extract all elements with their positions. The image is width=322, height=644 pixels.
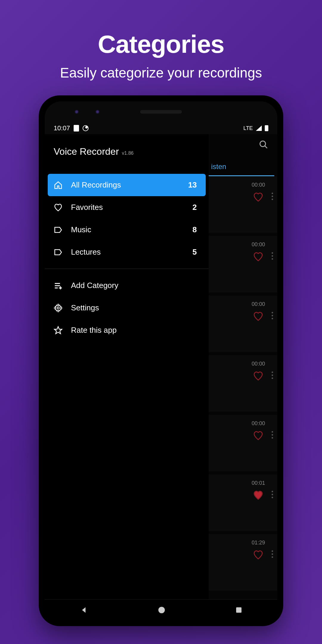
more-options-icon[interactable] bbox=[272, 540, 273, 558]
recording-duration: 00:00 bbox=[252, 361, 265, 367]
system-nav-bar bbox=[45, 599, 277, 620]
recording-item[interactable]: 00:00 bbox=[209, 355, 277, 412]
drawer-category-item[interactable]: Favorites2 bbox=[48, 196, 206, 219]
tag-icon bbox=[54, 248, 63, 257]
more-options-icon[interactable] bbox=[272, 242, 273, 260]
speaker-grille-icon bbox=[140, 110, 182, 114]
phone-frame: 10:07 LTE isten 00: bbox=[39, 95, 283, 626]
svg-rect-2 bbox=[55, 283, 60, 284]
recording-item[interactable]: 00:00 bbox=[209, 295, 277, 352]
more-options-icon[interactable] bbox=[272, 361, 273, 379]
app-content: isten 00:0000:0000:0000:0000:0000:0101:2… bbox=[45, 134, 277, 599]
network-label: LTE bbox=[243, 125, 253, 131]
drawer-item-label: Rate this app bbox=[71, 326, 200, 335]
signal-icon bbox=[256, 126, 262, 131]
favorite-heart-icon[interactable] bbox=[253, 251, 264, 262]
svg-point-7 bbox=[57, 307, 59, 309]
home-icon[interactable] bbox=[158, 606, 165, 614]
status-time: 10:07 bbox=[54, 124, 70, 132]
phone-hardware-top bbox=[45, 101, 277, 122]
recording-item[interactable]: 01:29 bbox=[209, 534, 277, 591]
svg-point-0 bbox=[260, 141, 266, 147]
drawer-item-label: Lectures bbox=[71, 247, 184, 257]
svg-line-1 bbox=[265, 146, 267, 148]
drawer-item-count: 5 bbox=[193, 247, 200, 257]
camera-dot-icon bbox=[95, 110, 100, 114]
more-options-icon[interactable] bbox=[272, 301, 273, 319]
drawer-category-item[interactable]: Music8 bbox=[48, 219, 206, 241]
recording-list[interactable]: 00:0000:0000:0000:0000:0000:0101:29 bbox=[209, 176, 277, 591]
favorite-heart-icon[interactable] bbox=[253, 192, 264, 202]
svg-point-8 bbox=[158, 607, 165, 613]
recents-icon[interactable] bbox=[235, 606, 242, 614]
recording-duration: 00:00 bbox=[252, 301, 265, 307]
recording-duration: 00:00 bbox=[252, 182, 265, 188]
divider bbox=[45, 269, 209, 269]
drawer-category-item[interactable]: Lectures5 bbox=[48, 241, 206, 263]
drawer-item-count: 2 bbox=[193, 203, 200, 212]
promo-title: Categories bbox=[0, 30, 322, 59]
drawer-action-item[interactable]: Rate this app bbox=[48, 319, 206, 341]
add-icon bbox=[54, 281, 63, 290]
favorite-heart-icon[interactable] bbox=[253, 490, 264, 501]
drawer-item-label: Settings bbox=[71, 303, 200, 312]
app-title: Voice Recorder bbox=[54, 146, 119, 157]
more-options-icon[interactable] bbox=[272, 420, 273, 439]
drawer-category-item[interactable]: All Recordings13 bbox=[48, 174, 206, 196]
home-icon bbox=[54, 181, 63, 190]
search-icon[interactable] bbox=[259, 140, 268, 149]
drawer-item-label: All Recordings bbox=[71, 180, 180, 190]
navigation-drawer: Voice Recorder v1.86 All Recordings13Fav… bbox=[45, 134, 209, 599]
heart-icon bbox=[54, 203, 63, 212]
settings-icon bbox=[54, 304, 63, 312]
drawer-header: Voice Recorder v1.86 bbox=[45, 137, 209, 172]
main-panel: isten 00:0000:0000:0000:0000:0000:0101:2… bbox=[209, 134, 277, 599]
drawer-item-label: Favorites bbox=[71, 203, 184, 212]
star-icon bbox=[54, 326, 63, 335]
more-options-icon[interactable] bbox=[272, 182, 273, 200]
favorite-heart-icon[interactable] bbox=[253, 311, 264, 322]
more-options-icon[interactable] bbox=[272, 480, 273, 498]
status-bar: 10:07 LTE bbox=[45, 122, 277, 134]
recording-duration: 00:00 bbox=[252, 420, 265, 427]
drawer-item-count: 13 bbox=[188, 180, 200, 190]
recording-duration: 01:29 bbox=[252, 540, 265, 546]
camera-dot-icon bbox=[75, 110, 79, 114]
favorite-heart-icon[interactable] bbox=[253, 549, 264, 560]
battery-icon bbox=[265, 125, 268, 131]
drawer-item-count: 8 bbox=[193, 225, 200, 234]
tab-listen[interactable]: isten bbox=[209, 155, 274, 176]
recording-duration: 00:01 bbox=[252, 480, 265, 486]
favorite-heart-icon[interactable] bbox=[253, 371, 264, 381]
sd-card-icon bbox=[74, 125, 79, 131]
recording-item[interactable]: 00:01 bbox=[209, 474, 277, 531]
drawer-item-label: Music bbox=[71, 225, 184, 234]
phone-screen: 10:07 LTE isten 00: bbox=[45, 101, 277, 620]
svg-rect-6 bbox=[59, 287, 62, 288]
drawer-item-label: Add Category bbox=[71, 281, 200, 290]
promo-subtitle: Easily categorize your recordings bbox=[0, 65, 322, 81]
promo-header: Categories Easily categorize your record… bbox=[0, 0, 322, 81]
tag-icon bbox=[54, 225, 63, 234]
recording-item[interactable]: 00:00 bbox=[209, 176, 277, 233]
drawer-action-item[interactable]: Add Category bbox=[48, 274, 206, 297]
svg-rect-3 bbox=[55, 285, 60, 286]
favorite-heart-icon[interactable] bbox=[253, 430, 264, 441]
back-icon[interactable] bbox=[80, 606, 88, 614]
recording-item[interactable]: 00:00 bbox=[209, 236, 277, 292]
data-saver-icon bbox=[83, 125, 89, 131]
drawer-action-item[interactable]: Settings bbox=[48, 297, 206, 319]
recording-item[interactable]: 00:00 bbox=[209, 415, 277, 471]
svg-rect-9 bbox=[236, 607, 242, 613]
app-version: v1.86 bbox=[122, 151, 134, 156]
recording-duration: 00:00 bbox=[252, 242, 265, 248]
svg-rect-4 bbox=[55, 287, 58, 288]
